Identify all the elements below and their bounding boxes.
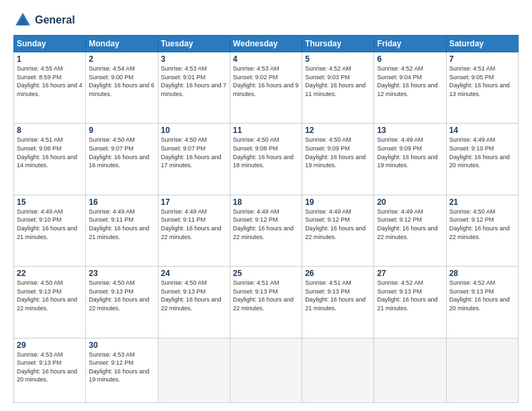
cell-info: Sunrise: 4:49 AMSunset: 9:11 PMDaylight:… <box>89 208 154 241</box>
day-number: 21 <box>449 197 515 207</box>
logo-text: General <box>35 14 75 26</box>
header: General <box>13 11 519 30</box>
cell-info: Sunrise: 4:51 AMSunset: 9:05 PMDaylight:… <box>449 64 515 98</box>
day-number: 7 <box>449 54 515 64</box>
calendar-cell: 24Sunrise: 4:50 AMSunset: 9:13 PMDayligh… <box>158 267 230 338</box>
cell-info: Sunrise: 4:54 AMSunset: 9:00 PMDaylight:… <box>89 64 154 98</box>
calendar-header-monday: Monday <box>86 36 158 52</box>
day-number: 22 <box>17 269 83 278</box>
calendar-cell: 10Sunrise: 4:50 AMSunset: 9:07 PMDayligh… <box>158 124 230 195</box>
cell-info: Sunrise: 4:49 AMSunset: 9:11 PMDaylight:… <box>161 208 227 241</box>
calendar-cell: 29Sunrise: 4:53 AMSunset: 9:13 PMDayligh… <box>14 338 86 402</box>
calendar-header-sunday: Sunday <box>14 36 86 52</box>
calendar-header-thursday: Thursday <box>302 36 374 52</box>
day-number: 24 <box>161 269 227 278</box>
cell-info: Sunrise: 4:49 AMSunset: 9:12 PMDaylight:… <box>305 208 371 241</box>
day-number: 12 <box>305 126 371 135</box>
calendar-header-wednesday: Wednesday <box>230 36 302 52</box>
day-number: 1 <box>17 54 83 64</box>
calendar-cell: 21Sunrise: 4:50 AMSunset: 9:12 PMDayligh… <box>446 195 518 266</box>
day-number: 15 <box>17 197 83 207</box>
calendar-cell: 23Sunrise: 4:50 AMSunset: 9:13 PMDayligh… <box>86 267 158 338</box>
cell-info: Sunrise: 4:53 AMSunset: 9:13 PMDaylight:… <box>17 351 83 384</box>
calendar-cell: 1Sunrise: 4:55 AMSunset: 8:59 PMDaylight… <box>14 52 86 124</box>
calendar-cell: 19Sunrise: 4:49 AMSunset: 9:12 PMDayligh… <box>302 195 374 266</box>
calendar-cell <box>158 338 230 402</box>
cell-info: Sunrise: 4:52 AMSunset: 9:04 PMDaylight:… <box>377 64 443 98</box>
calendar-cell: 17Sunrise: 4:49 AMSunset: 9:11 PMDayligh… <box>158 195 230 266</box>
calendar-cell: 25Sunrise: 4:51 AMSunset: 9:13 PMDayligh… <box>230 267 302 338</box>
cell-info: Sunrise: 4:52 AMSunset: 9:13 PMDaylight:… <box>377 279 443 312</box>
day-number: 4 <box>233 54 299 64</box>
cell-info: Sunrise: 4:50 AMSunset: 9:13 PMDaylight:… <box>89 279 154 312</box>
cell-info: Sunrise: 4:50 AMSunset: 9:13 PMDaylight:… <box>161 279 227 312</box>
calendar-cell: 11Sunrise: 4:50 AMSunset: 9:08 PMDayligh… <box>230 124 302 195</box>
calendar-header-row: SundayMondayTuesdayWednesdayThursdayFrid… <box>14 36 519 52</box>
calendar-header-friday: Friday <box>374 36 446 52</box>
cell-info: Sunrise: 4:49 AMSunset: 9:10 PMDaylight:… <box>17 208 83 241</box>
calendar-cell: 16Sunrise: 4:49 AMSunset: 9:11 PMDayligh… <box>86 195 158 266</box>
calendar-cell: 20Sunrise: 4:49 AMSunset: 9:12 PMDayligh… <box>374 195 446 266</box>
day-number: 14 <box>449 126 515 135</box>
calendar-header-saturday: Saturday <box>446 36 518 52</box>
day-number: 11 <box>233 126 299 135</box>
day-number: 10 <box>161 126 227 135</box>
day-number: 3 <box>161 54 227 64</box>
day-number: 9 <box>89 126 154 135</box>
cell-info: Sunrise: 4:50 AMSunset: 9:07 PMDaylight:… <box>161 136 227 169</box>
calendar-cell: 4Sunrise: 4:53 AMSunset: 9:02 PMDaylight… <box>230 52 302 124</box>
cell-info: Sunrise: 4:51 AMSunset: 9:13 PMDaylight:… <box>233 279 299 312</box>
day-number: 29 <box>17 340 83 350</box>
day-number: 2 <box>89 54 154 64</box>
cell-info: Sunrise: 4:49 AMSunset: 9:09 PMDaylight:… <box>377 136 443 169</box>
day-number: 25 <box>233 269 299 278</box>
cell-info: Sunrise: 4:51 AMSunset: 9:06 PMDaylight:… <box>17 136 83 169</box>
calendar-cell: 12Sunrise: 4:50 AMSunset: 9:09 PMDayligh… <box>302 124 374 195</box>
calendar-cell: 27Sunrise: 4:52 AMSunset: 9:13 PMDayligh… <box>374 267 446 338</box>
day-number: 5 <box>305 54 371 64</box>
day-number: 20 <box>377 197 443 207</box>
cell-info: Sunrise: 4:49 AMSunset: 9:10 PMDaylight:… <box>449 136 515 169</box>
calendar-cell: 8Sunrise: 4:51 AMSunset: 9:06 PMDaylight… <box>14 124 86 195</box>
day-number: 8 <box>17 126 83 135</box>
calendar-cell <box>230 338 302 402</box>
calendar-week-3: 15Sunrise: 4:49 AMSunset: 9:10 PMDayligh… <box>14 195 519 266</box>
cell-info: Sunrise: 4:53 AMSunset: 9:02 PMDaylight:… <box>233 64 299 98</box>
day-number: 23 <box>89 269 154 278</box>
cell-info: Sunrise: 4:53 AMSunset: 9:12 PMDaylight:… <box>89 351 154 384</box>
calendar-cell <box>302 338 374 402</box>
day-number: 27 <box>377 269 443 278</box>
day-number: 13 <box>377 126 443 135</box>
day-number: 18 <box>233 197 299 207</box>
calendar-cell: 30Sunrise: 4:53 AMSunset: 9:12 PMDayligh… <box>86 338 158 402</box>
calendar-cell: 3Sunrise: 4:53 AMSunset: 9:01 PMDaylight… <box>158 52 230 124</box>
day-number: 17 <box>161 197 227 207</box>
cell-info: Sunrise: 4:50 AMSunset: 9:07 PMDaylight:… <box>89 136 154 169</box>
calendar-cell: 28Sunrise: 4:52 AMSunset: 9:13 PMDayligh… <box>446 267 518 338</box>
logo-icon <box>13 11 32 30</box>
calendar-week-5: 29Sunrise: 4:53 AMSunset: 9:13 PMDayligh… <box>14 338 519 402</box>
day-number: 26 <box>305 269 371 278</box>
calendar-cell: 26Sunrise: 4:51 AMSunset: 9:13 PMDayligh… <box>302 267 374 338</box>
cell-info: Sunrise: 4:55 AMSunset: 8:59 PMDaylight:… <box>17 64 83 98</box>
calendar-cell: 6Sunrise: 4:52 AMSunset: 9:04 PMDaylight… <box>374 52 446 124</box>
calendar-cell <box>374 338 446 402</box>
cell-info: Sunrise: 4:50 AMSunset: 9:09 PMDaylight:… <box>305 136 371 169</box>
calendar-cell: 5Sunrise: 4:52 AMSunset: 9:03 PMDaylight… <box>302 52 374 124</box>
calendar-cell: 15Sunrise: 4:49 AMSunset: 9:10 PMDayligh… <box>14 195 86 266</box>
cell-info: Sunrise: 4:50 AMSunset: 9:12 PMDaylight:… <box>449 208 515 241</box>
calendar-cell: 22Sunrise: 4:50 AMSunset: 9:13 PMDayligh… <box>14 267 86 338</box>
calendar-cell: 13Sunrise: 4:49 AMSunset: 9:09 PMDayligh… <box>374 124 446 195</box>
day-number: 6 <box>377 54 443 64</box>
calendar-week-2: 8Sunrise: 4:51 AMSunset: 9:06 PMDaylight… <box>14 124 519 195</box>
calendar-cell <box>446 338 518 402</box>
cell-info: Sunrise: 4:49 AMSunset: 9:12 PMDaylight:… <box>377 208 443 241</box>
calendar-cell: 2Sunrise: 4:54 AMSunset: 9:00 PMDaylight… <box>86 52 158 124</box>
calendar-header-tuesday: Tuesday <box>158 36 230 52</box>
calendar-week-4: 22Sunrise: 4:50 AMSunset: 9:13 PMDayligh… <box>14 267 519 338</box>
cell-info: Sunrise: 4:49 AMSunset: 9:12 PMDaylight:… <box>233 208 299 241</box>
cell-info: Sunrise: 4:53 AMSunset: 9:01 PMDaylight:… <box>161 64 227 98</box>
calendar-cell: 9Sunrise: 4:50 AMSunset: 9:07 PMDaylight… <box>86 124 158 195</box>
day-number: 19 <box>305 197 371 207</box>
day-number: 16 <box>89 197 154 207</box>
